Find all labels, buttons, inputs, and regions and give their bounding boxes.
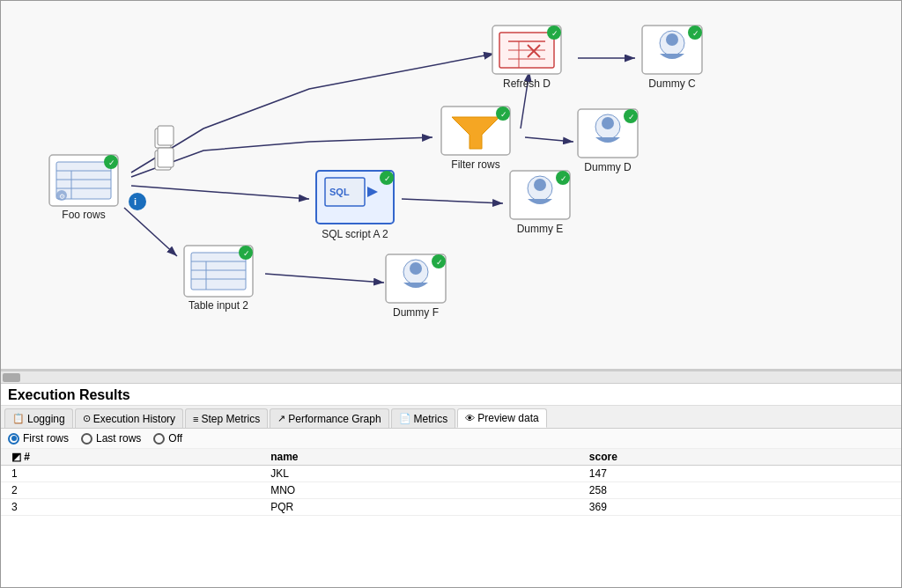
- logging-icon: 📋: [12, 413, 25, 424]
- svg-text:✓: ✓: [551, 29, 558, 38]
- svg-text:i: i: [134, 196, 137, 207]
- node-dummy-d[interactable]: ✓ Dummy D: [578, 109, 638, 173]
- step_metrics-icon: ≡: [193, 414, 198, 424]
- metrics-label: Metrics: [414, 413, 448, 425]
- svg-text:✓: ✓: [436, 258, 443, 267]
- info-badge-foo-rows[interactable]: i: [129, 193, 146, 210]
- svg-text:Dummy F: Dummy F: [393, 306, 439, 319]
- tab-metrics[interactable]: 📄Metrics: [391, 408, 456, 428]
- node-refresh-d[interactable]: ✓ Refresh D: [492, 26, 561, 90]
- col-header-score: score: [579, 449, 901, 466]
- data-table-container: ◩ #namescore 1JKL1472MNO2583PQR369: [1, 449, 901, 516]
- svg-text:✓: ✓: [692, 29, 699, 38]
- preview_data-icon: 👁: [465, 413, 475, 423]
- cell-score: 258: [579, 482, 901, 499]
- svg-text:Filter rows: Filter rows: [451, 158, 499, 171]
- radio-last_rows[interactable]: Last rows: [81, 432, 141, 445]
- execution_history-icon: ⊙: [83, 413, 91, 424]
- svg-rect-19: [191, 253, 246, 290]
- tab-preview_data[interactable]: 👁Preview data: [457, 408, 546, 428]
- table-row: 2MNO258: [1, 482, 901, 499]
- svg-rect-15: [158, 126, 174, 145]
- copy-icon-1: [155, 126, 174, 148]
- cell-num: 2: [1, 482, 260, 499]
- cell-name: PQR: [260, 499, 579, 516]
- radio-off[interactable]: Off: [153, 432, 182, 445]
- radio-first_rows[interactable]: First rows: [8, 432, 69, 445]
- svg-text:Table input 2: Table input 2: [189, 299, 248, 312]
- cell-num: 1: [1, 466, 260, 482]
- radio-dot-first_rows: [8, 433, 19, 445]
- svg-point-64: [534, 179, 546, 191]
- tab-logging[interactable]: 📋Logging: [4, 408, 73, 428]
- svg-text:✓: ✓: [243, 249, 250, 258]
- tab-step_metrics[interactable]: ≡Step Metrics: [185, 408, 268, 428]
- cell-name: MNO: [260, 482, 579, 499]
- svg-text:✓: ✓: [560, 174, 567, 183]
- svg-text:✓: ✓: [108, 158, 115, 167]
- node-foo-rows[interactable]: ⚙ ✓ Foo rows: [49, 155, 118, 221]
- cell-name: JKL: [260, 466, 579, 482]
- svg-text:Foo rows: Foo rows: [62, 209, 105, 221]
- svg-rect-17: [158, 148, 174, 167]
- node-dummy-c[interactable]: ✓ Dummy C: [642, 26, 702, 90]
- svg-text:Dummy D: Dummy D: [584, 161, 632, 173]
- node-dummy-f[interactable]: ✓ Dummy F: [386, 254, 446, 319]
- tabs-bar: 📋Logging⊙Execution History≡Step Metrics↗…: [1, 406, 901, 429]
- execution-results-panel: Execution Results 📋Logging⊙Execution His…: [1, 383, 901, 516]
- svg-point-12: [129, 193, 146, 210]
- svg-text:⚙: ⚙: [59, 193, 65, 201]
- svg-text:Dummy E: Dummy E: [517, 223, 564, 235]
- svg-point-70: [410, 262, 422, 275]
- node-table-input-2[interactable]: ✓ Table input 2: [184, 246, 253, 312]
- cell-score: 147: [579, 466, 901, 482]
- radio-label-first_rows: First rows: [23, 432, 69, 445]
- svg-text:Dummy C: Dummy C: [648, 77, 696, 90]
- svg-text:Refresh D: Refresh D: [503, 77, 551, 90]
- radio-dot-last_rows: [81, 433, 92, 445]
- tab-execution_history[interactable]: ⊙Execution History: [75, 408, 183, 428]
- svg-point-58: [602, 117, 614, 129]
- preview-options-bar: First rowsLast rowsOff: [1, 429, 901, 449]
- step_metrics-label: Step Metrics: [202, 413, 261, 425]
- metrics-icon: 📄: [399, 413, 411, 424]
- svg-text:✓: ✓: [628, 113, 635, 121]
- svg-text:✓: ✓: [384, 174, 391, 183]
- flow-canvas[interactable]: ⚙ ✓ Foo rows i ✓: [1, 1, 901, 371]
- radio-dot-off: [153, 433, 165, 445]
- svg-point-52: [666, 33, 678, 46]
- node-filter-rows[interactable]: ✓ Filter rows: [441, 107, 510, 171]
- preview-data-table: ◩ #namescore 1JKL1472MNO2583PQR369: [1, 449, 901, 516]
- performance_graph-label: Performance Graph: [288, 413, 381, 425]
- svg-text:✓: ✓: [500, 110, 507, 119]
- node-sql-script-a2[interactable]: SQL ✓ SQL script A 2: [316, 171, 394, 240]
- col-header-name: name: [260, 449, 579, 466]
- cell-score: 369: [579, 499, 901, 516]
- svg-text:SQL: SQL: [329, 187, 350, 197]
- execution_history-label: Execution History: [93, 413, 175, 425]
- svg-text:SQL script A 2: SQL script A 2: [322, 228, 388, 240]
- flow-diagram: ⚙ ✓ Foo rows i ✓: [1, 1, 901, 369]
- cell-num: 3: [1, 499, 260, 516]
- table-row: 3PQR369: [1, 499, 901, 516]
- radio-label-off: Off: [168, 432, 182, 445]
- logging-label: Logging: [27, 413, 65, 425]
- node-dummy-e[interactable]: ✓ Dummy E: [510, 171, 570, 235]
- tab-performance_graph[interactable]: ↗Performance Graph: [270, 408, 388, 428]
- table-row: 1JKL147: [1, 466, 901, 482]
- col-header-num: ◩ #: [1, 449, 260, 466]
- scrollbar-thumb[interactable]: [3, 373, 20, 382]
- preview_data-label: Preview data: [477, 412, 538, 424]
- copy-icon-2: [155, 148, 174, 170]
- performance_graph-icon: ↗: [277, 413, 285, 424]
- radio-label-last_rows: Last rows: [96, 432, 141, 445]
- horizontal-scrollbar[interactable]: [1, 371, 901, 383]
- execution-results-title: Execution Results: [1, 384, 901, 406]
